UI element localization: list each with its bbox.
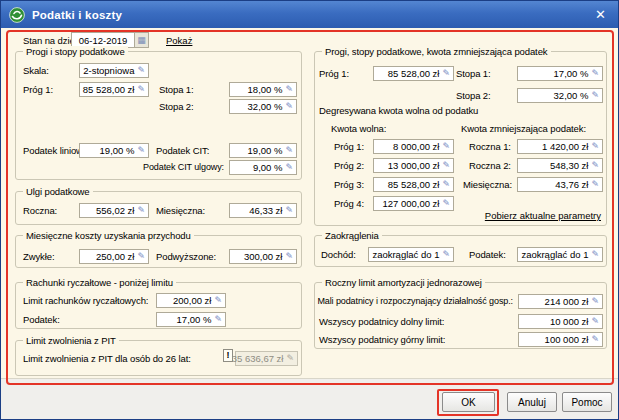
podatek-cit-ulgowy-field[interactable]: 9,00 % ✎ — [229, 160, 297, 175]
fetch-parameters-link[interactable]: Pobierz aktualne parametry — [485, 210, 601, 221]
stopa2-field[interactable]: 32,00 % ✎ — [229, 99, 297, 114]
r-stopa2-label: Stopa 2: — [456, 90, 491, 101]
limit-pit-value: 35 636,67 zł — [232, 353, 284, 364]
cancel-button[interactable]: Anuluj — [507, 392, 557, 412]
group-zaokraglenia-title: Zaokrąglenia — [322, 230, 382, 241]
degressive-heading: Degresywana kwota wolna od podatku — [319, 105, 478, 116]
ryczalt-podatek-field[interactable]: 17,00 % ✎ — [156, 312, 226, 327]
edit-pencil-icon[interactable]: ✎ — [137, 206, 145, 215]
r-p4-field[interactable]: 127 000,00 zł ✎ — [373, 196, 454, 211]
ulga-miesieczna-field[interactable]: 46,33 zł ✎ — [229, 203, 297, 218]
r-p4-value: 127 000,00 zł — [382, 198, 439, 209]
edit-pencil-icon[interactable]: ✎ — [285, 102, 293, 111]
edit-pencil-icon[interactable]: ✎ — [591, 317, 599, 326]
group-ulgi-title: Ulgi podatkowe — [23, 186, 93, 197]
r-roczna2-value: 548,30 zł — [550, 160, 589, 171]
koszty-podwyzszone-value: 300,00 zł — [244, 251, 283, 262]
edit-pencil-icon[interactable]: ✎ — [442, 69, 450, 78]
ulga-roczna-label: Roczna: — [23, 205, 57, 216]
podatek-liniowy-field[interactable]: 19,00 % ✎ — [79, 143, 149, 158]
date-value: 06-12-2019 — [72, 33, 134, 47]
ryczalt-limit-field[interactable]: 200,00 zł ✎ — [156, 293, 226, 308]
r-stopa2-field[interactable]: 32,00 % ✎ — [517, 88, 603, 103]
edit-pencil-icon[interactable]: ✎ — [442, 250, 450, 259]
r-p3-field[interactable]: 85 528,00 zł ✎ — [373, 177, 454, 192]
app-icon — [9, 7, 25, 23]
koszty-podwyzszone-label: Podwyższone: — [156, 251, 216, 262]
skala-field[interactable]: 2-stopniowa ✎ — [79, 63, 149, 78]
edit-pencil-icon[interactable]: ✎ — [214, 296, 222, 305]
r-miesieczna-field[interactable]: 43,76 zł ✎ — [517, 177, 603, 192]
prog1-field[interactable]: 85 528,00 zł ✎ — [79, 82, 149, 97]
r-prog1-value: 85 528,00 zł — [388, 68, 440, 79]
edit-pencil-icon[interactable]: ✎ — [285, 163, 293, 172]
koszty-zwykle-field[interactable]: 250,00 zł ✎ — [79, 249, 149, 264]
amort-mali-field[interactable]: 214 000 zł ✎ — [518, 294, 603, 309]
dochod-label: Dochód: — [321, 249, 356, 260]
podatek-cit-label: Podatek CIT: — [156, 145, 209, 156]
edit-pencil-icon[interactable]: ✎ — [442, 142, 450, 151]
r-stopa1-field[interactable]: 17,00 % ✎ — [517, 66, 603, 81]
ulga-miesieczna-value: 46,33 zł — [249, 205, 282, 216]
edit-pencil-icon[interactable]: ✎ — [591, 180, 599, 189]
group-ryczalt-title: Rachunki ryczałtowe - poniżej limitu — [23, 277, 176, 288]
r-stopa2-value: 32,00 % — [554, 90, 589, 101]
amort-gorny-label: Wszyscy podatnicy górny limit: — [319, 334, 445, 345]
dochod-field[interactable]: zaokrąglać do 1 ✎ — [368, 247, 454, 262]
edit-pencil-icon[interactable]: ✎ — [591, 297, 599, 306]
r-p1-value: 8 000,00 zł — [393, 141, 439, 152]
edit-pencil-icon[interactable]: ✎ — [214, 315, 222, 324]
edit-pencil-icon[interactable]: ✎ — [591, 250, 599, 259]
amort-dolny-field[interactable]: 10 000 zł ✎ — [518, 314, 603, 329]
show-link[interactable]: Pokaż — [166, 35, 192, 46]
edit-pencil-icon[interactable]: ✎ — [442, 161, 450, 170]
titlebar: Podatki i koszty ✕ — [1, 1, 618, 28]
amort-gorny-value: 100 000 zł — [545, 334, 589, 345]
edit-pencil-icon[interactable]: ✎ — [285, 252, 293, 261]
stopa1-field[interactable]: 18,00 % ✎ — [229, 82, 297, 97]
podatek-cit-field[interactable]: 19,00 % ✎ — [229, 143, 297, 158]
edit-pencil-icon[interactable]: ✎ — [285, 206, 293, 215]
ulga-roczna-field[interactable]: 556,02 zł ✎ — [79, 203, 149, 218]
close-icon[interactable]: ✕ — [591, 7, 610, 22]
r-p1-field[interactable]: 8 000,00 zł ✎ — [373, 139, 454, 154]
edit-pencil-icon[interactable]: ✎ — [591, 335, 599, 344]
podatek-cit-ulgowy-value: 9,00 % — [253, 162, 283, 173]
r-stopa1-label: Stopa 1: — [456, 68, 491, 79]
edit-pencil-icon[interactable]: ✎ — [137, 252, 145, 261]
kwota-wolna-heading: Kwota wolna: — [331, 123, 386, 134]
edit-pencil-icon[interactable]: ✎ — [285, 85, 293, 94]
edit-pencil-icon[interactable]: ✎ — [442, 180, 450, 189]
ryczalt-podatek-value: 17,00 % — [177, 314, 212, 325]
r-p3-label: Próg 3: — [334, 179, 364, 190]
edit-pencil-icon[interactable]: ✎ — [137, 66, 145, 75]
r-p2-field[interactable]: 13 000,00 zł ✎ — [373, 158, 454, 173]
stopa2-label: Stopa 2: — [159, 101, 194, 112]
r-roczna1-field[interactable]: 1 420,00 zł ✎ — [517, 139, 603, 154]
koszty-podwyzszone-field[interactable]: 300,00 zł ✎ — [229, 249, 297, 264]
amort-dolny-value: 10 000 zł — [550, 316, 589, 327]
edit-pencil-icon[interactable]: ✎ — [591, 69, 599, 78]
ryczalt-limit-label: Limit rachunków ryczałtowych: — [23, 295, 148, 306]
skala-value: 2-stopniowa — [83, 65, 134, 76]
zaokr-podatek-field[interactable]: zaokrąglać do 1 ✎ — [517, 247, 603, 262]
skala-label: Skala: — [23, 65, 49, 76]
amort-gorny-field[interactable]: 100 000 zł ✎ — [518, 332, 603, 347]
r-prog1-field[interactable]: 85 528,00 zł ✎ — [373, 66, 454, 81]
r-miesieczna-label: Miesięczna: — [463, 179, 512, 190]
window-title: Podatki i koszty — [32, 9, 122, 21]
r-roczna2-field[interactable]: 548,30 zł ✎ — [517, 158, 603, 173]
r-roczna1-value: 1 420,00 zł — [542, 141, 588, 152]
edit-pencil-icon[interactable]: ✎ — [137, 85, 145, 94]
edit-pencil-icon[interactable]: ✎ — [137, 146, 145, 155]
ok-button[interactable]: OK — [442, 392, 495, 412]
limit-pit-label: Limit zwolnienia z PIT dla osób do 26 la… — [23, 353, 191, 364]
help-button[interactable]: Pomoc — [562, 392, 612, 412]
edit-pencil-icon[interactable]: ✎ — [442, 199, 450, 208]
stopa2-value: 32,00 % — [248, 101, 283, 112]
edit-pencil-icon[interactable]: ✎ — [591, 91, 599, 100]
edit-pencil-icon[interactable]: ✎ — [285, 146, 293, 155]
edit-pencil-icon[interactable]: ✎ — [591, 142, 599, 151]
edit-pencil-icon[interactable]: ✎ — [591, 161, 599, 170]
calendar-icon[interactable]: ▦ — [134, 33, 148, 47]
